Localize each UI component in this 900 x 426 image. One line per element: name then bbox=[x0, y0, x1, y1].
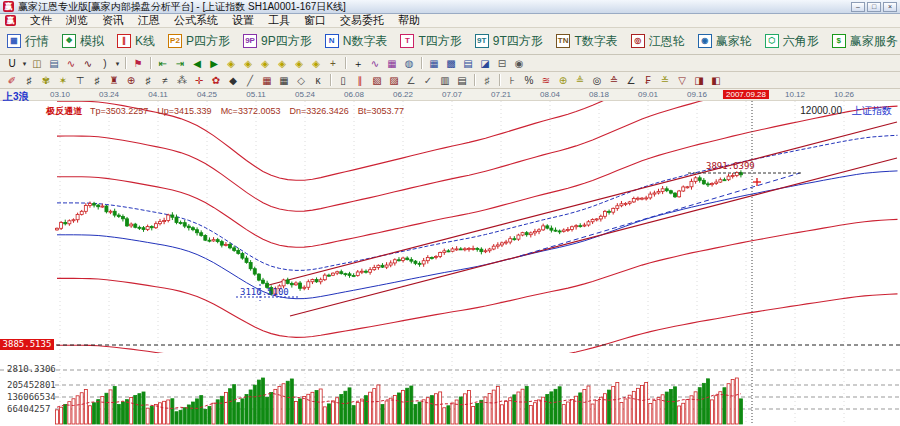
last-bar-icon[interactable]: ⇥ bbox=[172, 56, 188, 71]
menu-item-8[interactable]: 交易委托 bbox=[340, 13, 384, 28]
lines-v-icon[interactable]: ▥ bbox=[437, 73, 453, 88]
fib-icon[interactable]: ₣ bbox=[640, 73, 656, 88]
tab-hexagon[interactable]: ⬡六角形 bbox=[765, 33, 819, 50]
crosshair-icon[interactable]: ＋ bbox=[350, 56, 366, 71]
angle2-icon[interactable]: ∠ bbox=[623, 73, 639, 88]
wave2-tool-icon[interactable]: ∿ bbox=[80, 56, 96, 71]
star-tool-icon[interactable]: ✶ bbox=[55, 73, 71, 88]
wedge-icon[interactable]: ≚ bbox=[657, 73, 673, 88]
waves-icon[interactable]: ≋ bbox=[538, 73, 554, 88]
gann-grid-icon[interactable]: ♯ bbox=[21, 73, 37, 88]
percent-icon[interactable]: % bbox=[521, 73, 537, 88]
next-bar-icon[interactable]: ▶ bbox=[206, 56, 222, 71]
price-chart[interactable] bbox=[0, 101, 900, 426]
chart-area[interactable]: 极反通道Tp=3503.2257Up=3415.339Mc=3372.0053D… bbox=[0, 101, 900, 426]
tab-winner-wheel[interactable]: ◉赢家轮 bbox=[698, 33, 752, 50]
gann-flower-icon[interactable]: ✾ bbox=[38, 73, 54, 88]
angle-icon[interactable]: ∠ bbox=[403, 73, 419, 88]
list-icon[interactable]: ▤ bbox=[460, 56, 476, 71]
top-tool-icon[interactable]: ⊤ bbox=[72, 73, 88, 88]
menu-item-1[interactable]: 浏览 bbox=[66, 13, 88, 28]
marker-icon[interactable]: ♜ bbox=[106, 73, 122, 88]
diamond-out-icon[interactable]: ◈ bbox=[274, 56, 290, 71]
circle-cross-icon[interactable]: ⊕ bbox=[123, 73, 139, 88]
indicator-name[interactable]: 极反通道 bbox=[46, 106, 82, 116]
arc-dropdown-icon[interactable]: ▾ bbox=[114, 56, 121, 71]
parallel-icon[interactable]: ≠ bbox=[157, 73, 173, 88]
snapshot-icon[interactable]: ◉ bbox=[511, 56, 527, 71]
menu-item-0[interactable]: 文件 bbox=[30, 13, 52, 28]
print-icon[interactable]: ⊟ bbox=[494, 56, 510, 71]
menu-item-6[interactable]: 工具 bbox=[268, 13, 290, 28]
box-grid2-icon[interactable]: ▦ bbox=[276, 73, 292, 88]
rings-icon[interactable]: ◎ bbox=[589, 73, 605, 88]
shade2-icon[interactable]: ▨ bbox=[386, 73, 402, 88]
diamond-in-icon[interactable]: ◈ bbox=[257, 56, 273, 71]
tick-icon[interactable]: ⊦ bbox=[504, 73, 520, 88]
half-box2-icon[interactable]: ◧ bbox=[708, 73, 724, 88]
tab-9p-square[interactable]: 9P9P四方形 bbox=[243, 33, 312, 50]
hollow-diamond-icon[interactable]: ◇ bbox=[293, 73, 309, 88]
save-icon[interactable]: ◪ bbox=[477, 56, 493, 71]
menu-item-7[interactable]: 窗口 bbox=[304, 13, 326, 28]
undo-dropdown-icon[interactable]: ▾ bbox=[21, 56, 28, 71]
grid4-icon[interactable]: ♯ bbox=[479, 73, 495, 88]
chart-edit-icon[interactable]: ▦ bbox=[384, 56, 400, 71]
calendar-icon[interactable]: ▦ bbox=[426, 56, 442, 71]
diamond-right-icon[interactable]: ◈ bbox=[240, 56, 256, 71]
grid3-icon[interactable]: ♯ bbox=[140, 73, 156, 88]
close-button[interactable]: × bbox=[883, 2, 897, 12]
tab-quote-grid[interactable]: ▦行情 bbox=[7, 33, 49, 50]
wave-tool-icon[interactable]: ∿ bbox=[63, 56, 79, 71]
prev-bar-icon[interactable]: ◀ bbox=[189, 56, 205, 71]
diamond-up-icon[interactable]: ◈ bbox=[291, 56, 307, 71]
tab-kline[interactable]: ∥K线 bbox=[117, 33, 155, 50]
down-tri-icon[interactable]: ▽ bbox=[674, 73, 690, 88]
tab-t-square[interactable]: TT四方形 bbox=[400, 33, 461, 50]
minimize-button[interactable]: – bbox=[851, 2, 865, 12]
cross-tool-icon[interactable]: ✛ bbox=[191, 73, 207, 88]
tab-9t-square[interactable]: 9T9T四方形 bbox=[475, 33, 543, 50]
menu-item-5[interactable]: 设置 bbox=[232, 13, 254, 28]
estimate-icon[interactable]: ≙ bbox=[606, 73, 622, 88]
tab-simulate[interactable]: ❖模拟 bbox=[62, 33, 104, 50]
target-icon[interactable]: ⊕ bbox=[555, 73, 571, 88]
shade1-icon[interactable]: ▧ bbox=[369, 73, 385, 88]
notes-icon[interactable]: ▤ bbox=[46, 56, 62, 71]
trendline-icon[interactable]: ╱ bbox=[242, 73, 258, 88]
layout-icon[interactable]: ◫ bbox=[29, 56, 45, 71]
menu-item-2[interactable]: 资讯 bbox=[102, 13, 124, 28]
tab-p-square[interactable]: P2P四方形 bbox=[168, 33, 230, 50]
channel-icon[interactable]: ∥ bbox=[352, 73, 368, 88]
pencil-icon[interactable]: ✐ bbox=[4, 73, 20, 88]
tab-gann-wheel[interactable]: ◎江恩轮 bbox=[631, 33, 685, 50]
flag-icon[interactable]: ⚑ bbox=[130, 56, 146, 71]
grid2-icon[interactable]: ♯ bbox=[89, 73, 105, 88]
check-icon[interactable]: ✓ bbox=[420, 73, 436, 88]
menu-item-4[interactable]: 公式系统 bbox=[174, 13, 218, 28]
k-tool-icon[interactable]: κ bbox=[310, 73, 326, 88]
maximize-button[interactable]: □ bbox=[867, 2, 881, 12]
rect-tool-icon[interactable]: ▯ bbox=[335, 73, 351, 88]
box-grid-icon[interactable]: ▦ bbox=[259, 73, 275, 88]
points-icon[interactable]: ⁂ bbox=[174, 73, 190, 88]
undo-icon[interactable]: U bbox=[4, 56, 20, 71]
hand-tool-icon[interactable]: + bbox=[325, 56, 341, 71]
lines-h-icon[interactable]: ▤ bbox=[454, 73, 470, 88]
zigzag-icon[interactable]: ∿ bbox=[367, 56, 383, 71]
diamond-left-icon[interactable]: ◈ bbox=[223, 56, 239, 71]
half-box-icon[interactable]: ◨ bbox=[691, 73, 707, 88]
menu-item-3[interactable]: 江恩 bbox=[138, 13, 160, 28]
diamond-tool-icon[interactable]: ◆ bbox=[225, 73, 241, 88]
arc-tool-icon[interactable]: ) bbox=[97, 56, 113, 71]
diamond-down-icon[interactable]: ◈ bbox=[308, 56, 324, 71]
menu-item-9[interactable]: 帮助 bbox=[398, 13, 420, 28]
triangle-eq-icon[interactable]: ≜ bbox=[572, 73, 588, 88]
layers-icon[interactable]: ◍ bbox=[401, 56, 417, 71]
calculator-icon[interactable]: ▩ bbox=[443, 56, 459, 71]
rose-tool-icon[interactable]: ✿ bbox=[208, 73, 224, 88]
tab-n-table[interactable]: NN数字表 bbox=[325, 33, 388, 50]
first-bar-icon[interactable]: ⇤ bbox=[155, 56, 171, 71]
tab-service[interactable]: $赢家服务 bbox=[832, 33, 898, 50]
tab-t-table[interactable]: TNT数字表 bbox=[556, 33, 618, 50]
